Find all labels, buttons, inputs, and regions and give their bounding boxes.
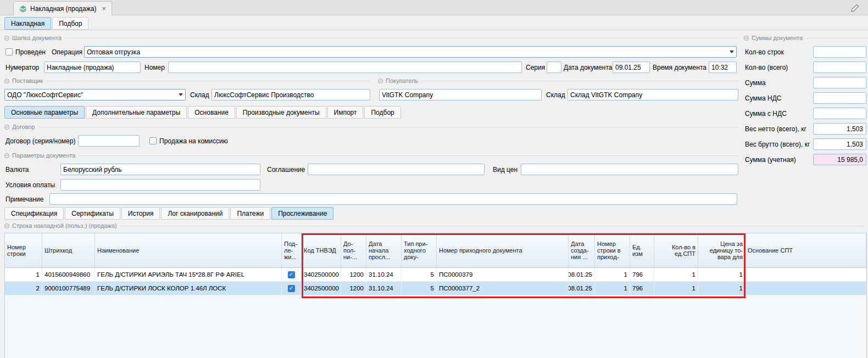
collapse-icon[interactable] [744,36,749,41]
cell-spt-basis[interactable] [745,268,866,281]
cell-tnved-code[interactable]: 3402500000 [302,282,341,295]
supplier-combobox[interactable]: ОДО "ЛюксСофтСервис" [4,89,186,100]
totals-field-accounting-sum[interactable]: 15 985,0 [813,154,866,165]
cell-creation-date[interactable]: 08.01.25 [569,282,595,295]
column-header-unit[interactable]: Ед. изм [630,233,654,267]
numerator-field[interactable]: Накладные (продажа) [44,61,141,73]
table-row[interactable]: 2 9000100775489 ГЕЛЬ Д/СТИРКИ ЛОСК КОЛОР… [5,282,866,295]
currency-field[interactable]: Белорусский рубль [60,164,260,175]
commission-checkbox[interactable] [149,137,157,144]
series-field[interactable] [547,61,561,73]
cell-line-number[interactable]: 1 [5,268,42,281]
tab-import[interactable]: Импорт [327,106,364,119]
column-header-income-doc-number[interactable]: Номер приходного документа [437,233,569,267]
tab-podbor[interactable]: Подбор [52,17,88,30]
tab-certificates[interactable]: Сертификаты [65,207,120,220]
totals-field-net-weight[interactable]: 1,503 [813,123,866,135]
operation-combobox[interactable]: Оптовая отгрузка [84,46,737,58]
cell-spt-basis[interactable] [745,282,866,295]
buyer-field[interactable]: VitGTK Company [379,89,542,100]
column-header-unit-price[interactable]: Цена за единицу то- вара для [698,233,745,267]
table-row[interactable]: 1 4015600949860 ГЕЛЬ Д/СТИРКИ АРИЭЛЬ ТАЧ… [5,268,866,282]
column-header-trace-start-date[interactable]: Дата начала просл... [366,233,402,267]
collapse-icon[interactable] [4,36,9,41]
tab-payments[interactable]: Платежи [230,207,270,220]
column-header-income-line-number[interactable]: Номер строки в приход- [595,233,630,267]
tab-specification[interactable]: Спецификация [4,207,64,220]
cell-tnved-code[interactable]: 3402500000 [302,268,341,281]
tab-history[interactable]: История [121,207,160,220]
totals-field-qty[interactable] [813,61,866,73]
document-tab[interactable]: Накладная (продажа) × [13,1,112,15]
cell-qty-spt[interactable]: 1 [654,282,698,295]
cell-income-doc-type[interactable]: 5 [402,268,437,281]
column-header-income-doc-type[interactable]: Тип при- ходного доку- [402,233,437,267]
column-header-line-number[interactable]: Номер строки [5,233,42,267]
tab-main-params[interactable]: Основные параметры [4,106,85,119]
subject-checkbox[interactable] [288,285,295,292]
collapse-icon[interactable] [378,79,383,83]
close-icon[interactable]: × [102,5,107,12]
cell-unit[interactable]: 796 [630,282,654,295]
column-header-barcode[interactable]: Штрихкод [42,233,95,267]
column-header-subject[interactable]: Под- ле- жи... [282,233,302,267]
cell-line-number[interactable]: 2 [5,282,42,295]
collapse-icon[interactable] [4,79,9,83]
cell-unit-price[interactable]: 1 [698,282,745,295]
tab-additional-params[interactable]: Дополнительные параметры [86,106,187,119]
posted-checkbox[interactable] [5,48,13,55]
collapse-icon[interactable] [4,125,9,130]
totals-field-vat[interactable] [813,92,866,104]
column-header-spt-basis[interactable]: Основание СПТ [745,233,866,267]
subject-checkbox[interactable] [288,271,295,278]
contract-number-field[interactable] [78,135,140,147]
tab-podbor2[interactable]: Подбор [364,106,400,119]
supplier-warehouse-field[interactable]: ЛюксСофтСервис Производство [212,89,370,100]
tab-basis[interactable]: Основание [188,106,235,119]
tab-derived-documents[interactable]: Производные документы [236,106,326,119]
cell-qty-spt[interactable]: 1 [654,268,698,281]
cell-barcode[interactable]: 4015600949860 [42,268,95,281]
cell-income-doc-number[interactable]: ПС0000379 [437,268,569,281]
dropdown-arrow-icon[interactable] [730,51,734,53]
cell-trace-start-date[interactable]: 31.10.24 [366,282,402,295]
doc-date-field[interactable]: 09.01.25 [613,61,650,73]
column-header-additional[interactable]: До- пол- ни-... [341,233,366,267]
cell-subject[interactable] [282,268,302,281]
column-header-tnved-code[interactable]: Код ТНВЭД [302,233,341,267]
cell-name[interactable]: ГЕЛЬ Д/СТИРКИ АРИЭЛЬ ТАЧ 15*28.8Г РФ ARI… [95,268,282,281]
doc-time-field[interactable]: 10:32 [709,61,737,73]
collapse-icon[interactable] [4,223,9,228]
cell-unit[interactable]: 796 [630,268,654,281]
cell-additional[interactable]: 1200 [341,282,366,295]
cell-trace-start-date[interactable]: 31.10.24 [366,268,402,281]
cell-unit-price[interactable]: 1 [698,268,745,281]
cell-subject[interactable] [282,282,302,295]
cell-barcode[interactable]: 9000100775489 [42,282,95,295]
number-field[interactable] [168,61,522,73]
cell-income-line-number[interactable]: 1 [595,282,630,295]
collapse-icon[interactable] [4,153,9,158]
tab-scan-log[interactable]: Лог сканирований [161,207,229,220]
cell-additional[interactable]: 1200 [341,268,366,281]
column-header-creation-date[interactable]: Дата созда- ния ... [569,233,595,267]
totals-field-sum[interactable] [813,77,866,88]
agreement-field[interactable] [308,164,485,175]
buyer-warehouse-field[interactable]: Склад VitGTK Company [567,89,738,100]
edit-pencil-icon[interactable] [849,2,860,13]
payment-terms-field[interactable] [60,179,260,191]
totals-field-rows[interactable] [813,46,866,58]
cell-income-doc-number[interactable]: ПС0000377_2 [437,282,569,295]
tab-traceability[interactable]: Прослеживание [271,207,333,220]
totals-field-gross-weight[interactable]: 1,503 [813,138,866,150]
cell-income-doc-type[interactable]: 5 [402,282,437,295]
cell-name[interactable]: ГЕЛЬ Д/СТИРКИ ЛОСК КОЛОР 1.46Л ЛОСК [95,282,282,295]
cell-creation-date[interactable]: 08.01.25 [569,268,595,281]
tab-nakladnaya[interactable]: Накладная [4,17,51,30]
price-type-field[interactable] [521,164,738,175]
cell-income-line-number[interactable]: 1 [595,268,630,281]
note-field[interactable] [49,193,737,205]
totals-field-sum-with-vat[interactable] [813,108,866,119]
dropdown-arrow-icon[interactable] [179,93,183,96]
column-header-name[interactable]: Наименование [95,233,282,267]
